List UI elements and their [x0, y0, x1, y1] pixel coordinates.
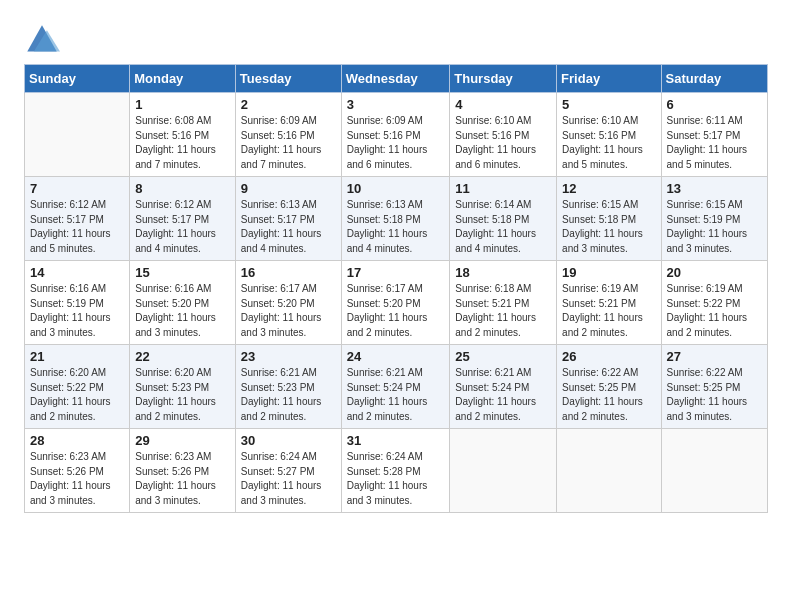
calendar-cell: 8Sunrise: 6:12 AMSunset: 5:17 PMDaylight…: [130, 177, 236, 261]
calendar-cell: 9Sunrise: 6:13 AMSunset: 5:17 PMDaylight…: [235, 177, 341, 261]
day-info: Sunrise: 6:12 AMSunset: 5:17 PMDaylight:…: [30, 198, 124, 256]
day-info: Sunrise: 6:24 AMSunset: 5:28 PMDaylight:…: [347, 450, 445, 508]
calendar-cell: 21Sunrise: 6:20 AMSunset: 5:22 PMDayligh…: [25, 345, 130, 429]
calendar-cell: 25Sunrise: 6:21 AMSunset: 5:24 PMDayligh…: [450, 345, 557, 429]
day-number: 23: [241, 349, 336, 364]
calendar-cell: 23Sunrise: 6:21 AMSunset: 5:23 PMDayligh…: [235, 345, 341, 429]
day-number: 14: [30, 265, 124, 280]
logo-icon: [24, 22, 60, 58]
page: SundayMondayTuesdayWednesdayThursdayFrid…: [0, 0, 792, 612]
calendar-cell: 6Sunrise: 6:11 AMSunset: 5:17 PMDaylight…: [661, 93, 767, 177]
day-number: 30: [241, 433, 336, 448]
calendar-cell: 31Sunrise: 6:24 AMSunset: 5:28 PMDayligh…: [341, 429, 450, 513]
day-number: 22: [135, 349, 230, 364]
calendar-cell: 19Sunrise: 6:19 AMSunset: 5:21 PMDayligh…: [557, 261, 661, 345]
day-info: Sunrise: 6:18 AMSunset: 5:21 PMDaylight:…: [455, 282, 551, 340]
day-info: Sunrise: 6:21 AMSunset: 5:24 PMDaylight:…: [455, 366, 551, 424]
day-number: 2: [241, 97, 336, 112]
day-number: 16: [241, 265, 336, 280]
day-number: 25: [455, 349, 551, 364]
day-info: Sunrise: 6:11 AMSunset: 5:17 PMDaylight:…: [667, 114, 762, 172]
day-info: Sunrise: 6:17 AMSunset: 5:20 PMDaylight:…: [347, 282, 445, 340]
calendar-week-4: 21Sunrise: 6:20 AMSunset: 5:22 PMDayligh…: [25, 345, 768, 429]
day-number: 4: [455, 97, 551, 112]
day-number: 8: [135, 181, 230, 196]
day-number: 26: [562, 349, 655, 364]
calendar-cell: [450, 429, 557, 513]
day-number: 31: [347, 433, 445, 448]
calendar-header-row: SundayMondayTuesdayWednesdayThursdayFrid…: [25, 65, 768, 93]
day-info: Sunrise: 6:08 AMSunset: 5:16 PMDaylight:…: [135, 114, 230, 172]
calendar-week-3: 14Sunrise: 6:16 AMSunset: 5:19 PMDayligh…: [25, 261, 768, 345]
calendar-cell: 24Sunrise: 6:21 AMSunset: 5:24 PMDayligh…: [341, 345, 450, 429]
calendar-cell: 5Sunrise: 6:10 AMSunset: 5:16 PMDaylight…: [557, 93, 661, 177]
day-info: Sunrise: 6:09 AMSunset: 5:16 PMDaylight:…: [241, 114, 336, 172]
day-number: 20: [667, 265, 762, 280]
calendar-cell: 3Sunrise: 6:09 AMSunset: 5:16 PMDaylight…: [341, 93, 450, 177]
day-info: Sunrise: 6:24 AMSunset: 5:27 PMDaylight:…: [241, 450, 336, 508]
day-number: 1: [135, 97, 230, 112]
calendar-cell: 20Sunrise: 6:19 AMSunset: 5:22 PMDayligh…: [661, 261, 767, 345]
day-info: Sunrise: 6:20 AMSunset: 5:22 PMDaylight:…: [30, 366, 124, 424]
calendar-cell: 30Sunrise: 6:24 AMSunset: 5:27 PMDayligh…: [235, 429, 341, 513]
day-number: 6: [667, 97, 762, 112]
day-info: Sunrise: 6:15 AMSunset: 5:18 PMDaylight:…: [562, 198, 655, 256]
calendar-cell: 4Sunrise: 6:10 AMSunset: 5:16 PMDaylight…: [450, 93, 557, 177]
day-number: 18: [455, 265, 551, 280]
calendar-cell: 16Sunrise: 6:17 AMSunset: 5:20 PMDayligh…: [235, 261, 341, 345]
day-info: Sunrise: 6:23 AMSunset: 5:26 PMDaylight:…: [135, 450, 230, 508]
day-number: 13: [667, 181, 762, 196]
day-number: 7: [30, 181, 124, 196]
weekday-header-sunday: Sunday: [25, 65, 130, 93]
day-info: Sunrise: 6:15 AMSunset: 5:19 PMDaylight:…: [667, 198, 762, 256]
weekday-header-monday: Monday: [130, 65, 236, 93]
calendar-cell: 12Sunrise: 6:15 AMSunset: 5:18 PMDayligh…: [557, 177, 661, 261]
day-number: 15: [135, 265, 230, 280]
calendar-cell: 22Sunrise: 6:20 AMSunset: 5:23 PMDayligh…: [130, 345, 236, 429]
day-info: Sunrise: 6:09 AMSunset: 5:16 PMDaylight:…: [347, 114, 445, 172]
day-info: Sunrise: 6:16 AMSunset: 5:20 PMDaylight:…: [135, 282, 230, 340]
day-info: Sunrise: 6:19 AMSunset: 5:21 PMDaylight:…: [562, 282, 655, 340]
day-info: Sunrise: 6:17 AMSunset: 5:20 PMDaylight:…: [241, 282, 336, 340]
day-number: 21: [30, 349, 124, 364]
day-number: 29: [135, 433, 230, 448]
weekday-header-wednesday: Wednesday: [341, 65, 450, 93]
day-info: Sunrise: 6:14 AMSunset: 5:18 PMDaylight:…: [455, 198, 551, 256]
calendar-cell: 28Sunrise: 6:23 AMSunset: 5:26 PMDayligh…: [25, 429, 130, 513]
calendar-cell: [661, 429, 767, 513]
day-number: 12: [562, 181, 655, 196]
day-number: 10: [347, 181, 445, 196]
day-info: Sunrise: 6:23 AMSunset: 5:26 PMDaylight:…: [30, 450, 124, 508]
logo: [24, 22, 64, 58]
day-number: 11: [455, 181, 551, 196]
day-number: 28: [30, 433, 124, 448]
calendar-cell: 27Sunrise: 6:22 AMSunset: 5:25 PMDayligh…: [661, 345, 767, 429]
calendar-cell: 13Sunrise: 6:15 AMSunset: 5:19 PMDayligh…: [661, 177, 767, 261]
weekday-header-thursday: Thursday: [450, 65, 557, 93]
day-number: 5: [562, 97, 655, 112]
day-info: Sunrise: 6:16 AMSunset: 5:19 PMDaylight:…: [30, 282, 124, 340]
calendar-cell: 26Sunrise: 6:22 AMSunset: 5:25 PMDayligh…: [557, 345, 661, 429]
calendar-week-2: 7Sunrise: 6:12 AMSunset: 5:17 PMDaylight…: [25, 177, 768, 261]
calendar-cell: 29Sunrise: 6:23 AMSunset: 5:26 PMDayligh…: [130, 429, 236, 513]
day-info: Sunrise: 6:21 AMSunset: 5:23 PMDaylight:…: [241, 366, 336, 424]
day-number: 24: [347, 349, 445, 364]
calendar-week-1: 1Sunrise: 6:08 AMSunset: 5:16 PMDaylight…: [25, 93, 768, 177]
day-info: Sunrise: 6:19 AMSunset: 5:22 PMDaylight:…: [667, 282, 762, 340]
header: [24, 18, 768, 58]
calendar-cell: [557, 429, 661, 513]
calendar-table: SundayMondayTuesdayWednesdayThursdayFrid…: [24, 64, 768, 513]
weekday-header-saturday: Saturday: [661, 65, 767, 93]
day-info: Sunrise: 6:12 AMSunset: 5:17 PMDaylight:…: [135, 198, 230, 256]
calendar-week-5: 28Sunrise: 6:23 AMSunset: 5:26 PMDayligh…: [25, 429, 768, 513]
day-info: Sunrise: 6:22 AMSunset: 5:25 PMDaylight:…: [562, 366, 655, 424]
day-info: Sunrise: 6:10 AMSunset: 5:16 PMDaylight:…: [455, 114, 551, 172]
calendar-cell: [25, 93, 130, 177]
day-number: 3: [347, 97, 445, 112]
calendar-cell: 15Sunrise: 6:16 AMSunset: 5:20 PMDayligh…: [130, 261, 236, 345]
calendar-cell: 2Sunrise: 6:09 AMSunset: 5:16 PMDaylight…: [235, 93, 341, 177]
day-info: Sunrise: 6:20 AMSunset: 5:23 PMDaylight:…: [135, 366, 230, 424]
day-info: Sunrise: 6:13 AMSunset: 5:17 PMDaylight:…: [241, 198, 336, 256]
day-info: Sunrise: 6:22 AMSunset: 5:25 PMDaylight:…: [667, 366, 762, 424]
calendar-cell: 18Sunrise: 6:18 AMSunset: 5:21 PMDayligh…: [450, 261, 557, 345]
